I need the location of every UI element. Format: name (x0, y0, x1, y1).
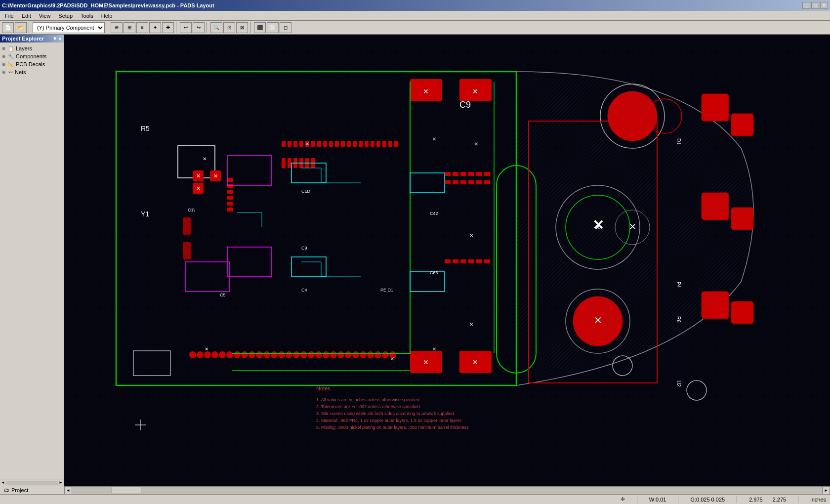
explorer-title: Project Explorer (2, 36, 44, 42)
svg-rect-53 (288, 158, 291, 168)
title-bar-buttons[interactable]: _ □ × (802, 2, 828, 9)
project-explorer: Project Explorer ▼ × ⊕ 📋 Layers ⊕ 🔧 Comp… (0, 35, 64, 494)
svg-text:3.  Silk screen using white in: 3. Silk screen using white ink both side… (316, 411, 455, 416)
svg-rect-149 (468, 259, 474, 263)
undo-button[interactable]: ↩ (180, 22, 192, 33)
svg-text:Y1: Y1 (141, 210, 149, 218)
horizontal-scrollbar[interactable]: ◄ ► (64, 486, 830, 494)
zoom-fit-button[interactable]: ⊠ (236, 22, 248, 33)
menu-setup[interactable]: Setup (54, 12, 77, 20)
svg-text:C9: C9 (301, 246, 307, 251)
pcb-canvas[interactable]: ✕ ✕ ✕ ✕ ✕ ✕ ✕ (64, 35, 830, 494)
svg-text:C4: C4 (301, 288, 307, 293)
maximize-button[interactable]: □ (811, 2, 819, 9)
svg-rect-35 (299, 141, 303, 147)
toolbar-btn-2[interactable]: ⊞ (124, 22, 135, 33)
toolbar-btn-3[interactable]: ≡ (136, 22, 148, 33)
svg-rect-136 (460, 172, 466, 176)
svg-rect-41 (335, 141, 339, 147)
svg-rect-34 (293, 141, 297, 147)
svg-rect-64 (183, 217, 191, 235)
svg-text:✕: ✕ (213, 173, 218, 179)
svg-rect-137 (468, 172, 474, 176)
minimize-button[interactable]: _ (802, 2, 810, 9)
zoom-button[interactable]: 🔍 (210, 22, 222, 33)
scroll-track[interactable] (72, 487, 822, 494)
view-btn-1[interactable]: ⬛ (254, 22, 266, 33)
svg-point-81 (300, 351, 307, 358)
expand-icon-pcb-decals: ⊕ (2, 62, 7, 67)
tree-item-layers[interactable]: ⊕ 📋 Layers (1, 44, 63, 52)
explorer-header: Project Explorer ▼ × (0, 35, 64, 42)
svg-point-67 (197, 351, 204, 358)
svg-text:1.  All values are in inches u: 1. All values are in inches unless other… (316, 397, 421, 402)
tree-item-nets[interactable]: ⊕ 〰 Nets (1, 68, 63, 76)
new-button[interactable]: 📄 (2, 22, 14, 33)
svg-point-78 (278, 351, 285, 358)
layers-icon: 📋 (8, 46, 14, 51)
tree-item-pcb-decals[interactable]: ⊕ 📐 PCB Decals (1, 60, 63, 68)
svg-point-92 (382, 351, 389, 358)
svg-point-90 (367, 351, 374, 358)
svg-text:C5: C5 (220, 293, 226, 297)
toolbar-btn-1[interactable]: ⊕ (111, 22, 123, 33)
svg-text:✕: ✕ (205, 346, 208, 352)
svg-text:Notes: Notes (316, 385, 331, 391)
scroll-right-btn[interactable]: ► (822, 487, 830, 495)
toolbar-sep-1 (29, 22, 31, 33)
window-title: C:\MentorGraphics\9.2PADS\SDD_HOME\Sampl… (2, 2, 214, 8)
svg-rect-150 (476, 259, 482, 263)
svg-text:✕: ✕ (423, 87, 429, 95)
tree-label-components: Components (16, 53, 46, 59)
toolbar-btn-4[interactable]: ✦ (149, 22, 161, 33)
view-btn-2[interactable]: ⬜ (267, 22, 279, 33)
explorer-scrollbar[interactable]: ◄ ► (0, 479, 64, 486)
grid-label: G:0.025 0.025 (690, 497, 725, 503)
scroll-thumb[interactable] (112, 487, 141, 494)
close-button[interactable]: × (820, 2, 828, 9)
menu-tools[interactable]: Tools (77, 12, 97, 20)
svg-rect-50 (388, 141, 392, 147)
scroll-left-btn[interactable]: ◄ (64, 487, 72, 495)
title-bar: C:\MentorGraphics\9.2PADS\SDD_HOME\Sampl… (0, 0, 830, 11)
status-divider-4 (798, 496, 798, 503)
toolbar-btn-5[interactable]: ✚ (162, 22, 174, 33)
svg-rect-48 (376, 141, 380, 147)
svg-point-91 (374, 351, 381, 358)
menu-view[interactable]: View (35, 12, 55, 20)
explorer-pin[interactable]: ▼ (52, 36, 58, 42)
menu-help[interactable]: Help (97, 12, 117, 20)
toolbar-sep-4 (207, 22, 208, 33)
tree-item-components[interactable]: ⊕ 🔧 Components (1, 52, 63, 60)
explorer-close[interactable]: × (59, 36, 62, 42)
x-coord: 2.975 (749, 497, 763, 503)
svg-rect-42 (341, 141, 345, 147)
svg-text:U2: U2 (676, 380, 681, 387)
redo-button[interactable]: ↪ (193, 22, 205, 33)
menu-edit[interactable]: Edit (18, 12, 35, 20)
open-button[interactable]: 📂 (15, 22, 27, 33)
svg-text:R5: R5 (141, 125, 150, 132)
view-btn-3[interactable]: ◻ (280, 22, 291, 33)
nets-icon: 〰 (8, 70, 13, 75)
svg-point-69 (211, 351, 218, 358)
svg-rect-49 (382, 141, 386, 147)
svg-text:✕: ✕ (469, 233, 473, 238)
svg-text:C1\: C1\ (188, 208, 195, 212)
menu-file[interactable]: File (1, 12, 18, 20)
project-tab[interactable]: 🗂 Project (0, 486, 64, 494)
svg-text:4.  Material: .062 FR4, 1 oz c: 4. Material: .062 FR4, 1 oz copper outer… (316, 418, 462, 423)
svg-text:PE D1: PE D1 (380, 288, 393, 293)
svg-point-74 (249, 351, 255, 358)
svg-text:✕: ✕ (196, 173, 201, 179)
canvas-area[interactable]: ✕ ✕ ✕ ✕ ✕ ✕ ✕ (64, 35, 830, 494)
svg-rect-62 (227, 202, 233, 206)
component-dropdown[interactable]: (Y) Primary Component (33, 22, 105, 33)
zoom-area-button[interactable]: ⊡ (223, 22, 235, 33)
svg-point-87 (345, 351, 352, 358)
svg-rect-61 (227, 196, 233, 200)
svg-text:✕: ✕ (474, 141, 478, 147)
expand-icon-components: ⊕ (2, 54, 7, 59)
menu-bar: File Edit View Setup Tools Help (0, 11, 830, 21)
svg-point-83 (315, 351, 322, 358)
